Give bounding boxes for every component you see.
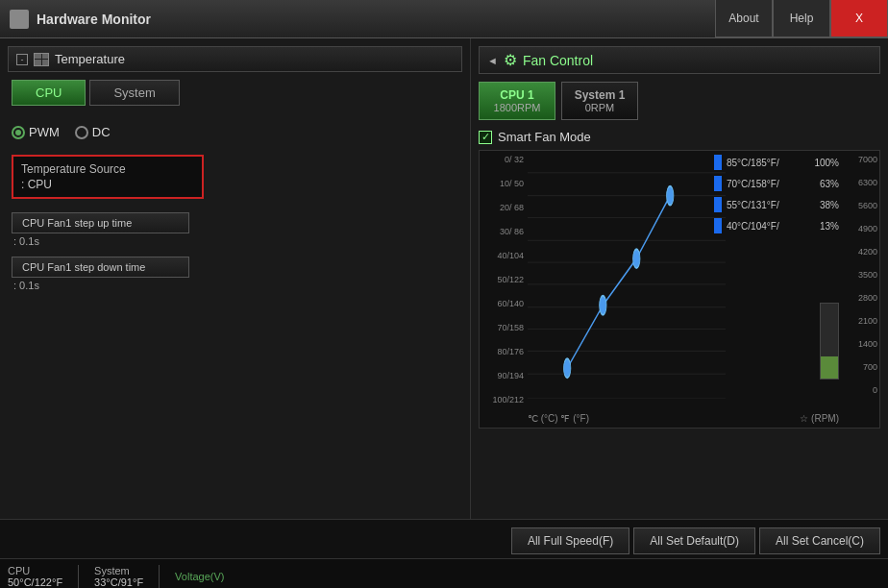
chart-svg[interactable] — [528, 151, 726, 399]
temperature-title: Temperature — [55, 52, 125, 66]
legend-pct-2: 63% — [820, 179, 839, 189]
smart-fan-section: ✓ Smart Fan Mode — [479, 130, 880, 144]
legend-bar-1 — [714, 155, 722, 170]
tab-cpu[interactable]: CPU — [12, 80, 86, 106]
step-down-button[interactable]: CPU Fan1 step down time — [12, 257, 189, 278]
legend-pct-4: 13% — [820, 221, 839, 232]
x-label-temp: ℃ (°C) ℉ (°F) — [528, 413, 589, 424]
legend-bar-2 — [714, 176, 722, 191]
app-logo — [10, 10, 29, 29]
cpu-status-value: 50°C/122°F — [8, 576, 62, 588]
fan-control-panel: ◄ ⚙ Fan Control CPU 1 1800RPM System 1 0… — [471, 38, 888, 519]
smart-fan-checkbox[interactable]: ✓ — [479, 131, 492, 144]
tab-system[interactable]: System — [89, 80, 179, 106]
all-full-speed-button[interactable]: All Full Speed(F) — [511, 527, 629, 554]
svg-point-11 — [564, 358, 571, 378]
help-button[interactable]: Help — [773, 0, 830, 37]
x-label-rpm: ☆ (RPM) — [800, 413, 839, 424]
pwm-radio[interactable]: PWM — [12, 125, 60, 139]
svg-point-14 — [667, 186, 674, 206]
legend-temp-4: 40°C/104°F/ — [727, 221, 815, 232]
all-set-default-button[interactable]: All Set Default(D) — [633, 527, 755, 554]
legend-temp-1: 85°C/185°F/ — [727, 158, 809, 168]
legend-item-3: 55°C/131°F/ 38% — [714, 197, 839, 212]
chart-legend: 85°C/185°F/ 100% 70°C/158°F/ 63% 55°C/13… — [714, 155, 839, 233]
dc-label: DC — [92, 125, 111, 139]
chart-y-labels-left: 100/212 90/194 80/176 70/158 60/140 50/1… — [480, 151, 528, 408]
fan-cpu1-button[interactable]: CPU 1 1800RPM — [479, 82, 555, 120]
svg-point-13 — [633, 249, 640, 268]
svg-point-12 — [600, 296, 606, 315]
step-down-value: : 0.1s — [12, 280, 458, 291]
fan-control-header: ◄ ⚙ Fan Control — [479, 46, 880, 74]
chart-x-labels: ℃ (°C) ℉ (°F) ☆ (RPM) — [528, 413, 839, 424]
close-button[interactable]: X — [830, 0, 888, 37]
chart-y-labels-right: 0 700 1400 2100 2800 3500 4200 4900 5600… — [841, 151, 879, 399]
action-buttons-row: All Full Speed(F) All Set Default(D) All… — [0, 520, 888, 558]
dc-radio-circle — [75, 126, 88, 139]
temperature-icon — [34, 53, 49, 66]
legend-pct-1: 100% — [814, 158, 839, 168]
step-up-group: CPU Fan1 step up time : 0.1s — [12, 212, 458, 247]
fan-arrow-icon: ◄ — [487, 55, 498, 66]
bottom-bar: All Full Speed(F) All Set Default(D) All… — [0, 519, 888, 588]
system-status: System 33°C/91°F — [94, 565, 143, 588]
pwm-dc-group: PWM DC — [12, 125, 458, 139]
rpm-bar-indicator — [820, 303, 839, 380]
system-status-value: 33°C/91°F — [94, 576, 143, 588]
cpu-status: CPU 50°C/122°F — [8, 565, 62, 588]
status-divider — [78, 565, 79, 588]
cpu-status-label: CPU — [8, 565, 62, 576]
app-title: Hardware Monitor — [37, 12, 151, 27]
about-button[interactable]: About — [715, 0, 773, 37]
temperature-panel: - Temperature CPU System PWM — [0, 38, 471, 519]
fan-chart[interactable]: 100/212 90/194 80/176 70/158 60/140 50/1… — [479, 150, 880, 429]
legend-item-1: 85°C/185°F/ 100% — [714, 155, 839, 170]
collapse-button[interactable]: - — [16, 54, 28, 65]
legend-bar-3 — [714, 197, 722, 212]
main-content: - Temperature CPU System PWM — [0, 38, 888, 519]
cpu-system-tabs: CPU System — [8, 80, 462, 106]
system-status-label: System — [94, 565, 143, 576]
fan-cpu1-rpm: 1800RPM — [491, 102, 543, 113]
step-up-value: : 0.1s — [12, 235, 458, 247]
voltage-link[interactable]: Voltage(V) — [175, 571, 224, 582]
legend-item-2: 70°C/158°F/ 63% — [714, 176, 839, 191]
all-set-cancel-button[interactable]: All Set Cancel(C) — [759, 527, 880, 554]
fan-control-title: Fan Control — [523, 53, 593, 68]
step-down-group: CPU Fan1 step down time : 0.1s — [12, 257, 458, 291]
fan-rpm-row: CPU 1 1800RPM System 1 0RPM — [479, 82, 880, 120]
legend-temp-3: 55°C/131°F/ — [727, 200, 815, 210]
fan-system1-button[interactable]: System 1 0RPM — [561, 82, 638, 120]
step-up-button[interactable]: CPU Fan1 step up time — [12, 212, 189, 233]
temperature-section-header: - Temperature — [8, 46, 462, 72]
legend-item-4: 40°C/104°F/ 13% — [714, 218, 839, 233]
temperature-source-label: Temperature Source — [21, 162, 194, 176]
legend-bar-4 — [714, 218, 722, 233]
fan-system1-name: System 1 — [574, 88, 626, 102]
left-controls: PWM DC Temperature Source : CPU CPU Fan1… — [8, 117, 462, 308]
pwm-label: PWM — [29, 125, 60, 139]
title-buttons: About Help X — [715, 0, 888, 37]
smart-fan-label: Smart Fan Mode — [498, 130, 591, 144]
fan-system1-rpm: 0RPM — [574, 102, 626, 113]
temperature-source-box[interactable]: Temperature Source : CPU — [12, 155, 204, 199]
rpm-bar-fill — [821, 356, 838, 379]
legend-temp-2: 70°C/158°F/ — [727, 179, 815, 189]
dc-radio[interactable]: DC — [75, 125, 111, 139]
status-bar: CPU 50°C/122°F System 33°C/91°F Voltage(… — [0, 558, 888, 588]
fan-icon: ⚙ — [504, 51, 517, 69]
legend-pct-3: 38% — [820, 200, 839, 210]
title-bar: Hardware Monitor About Help X — [0, 0, 888, 38]
fan-cpu1-name: CPU 1 — [491, 88, 543, 102]
pwm-radio-circle — [12, 126, 25, 139]
temperature-source-value: : CPU — [21, 178, 194, 191]
status-divider-2 — [159, 565, 160, 588]
